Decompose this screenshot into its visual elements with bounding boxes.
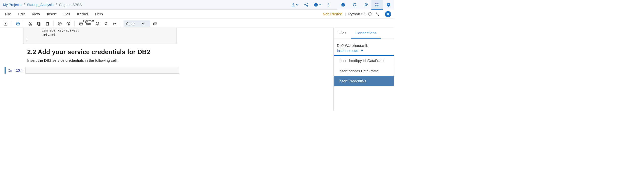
close-kernel-button[interactable]: ✕ [385, 11, 391, 17]
svg-rect-34 [153, 23, 157, 25]
workspace: iam_api_key=apikey, url=url ) 2.2 Add yo… [0, 28, 394, 111]
copy-button[interactable] [35, 20, 42, 27]
svg-rect-23 [38, 23, 40, 25]
tab-connections[interactable]: Connections [351, 28, 381, 39]
connection-name[interactable]: Db2 Warehouse-lb [334, 39, 394, 49]
crumb-sep: / [24, 3, 25, 7]
svg-rect-13 [375, 5, 377, 6]
insert-to-code-toggle[interactable]: Insert to code [334, 49, 394, 56]
svg-point-0 [304, 4, 305, 5]
svg-rect-22 [38, 22, 40, 25]
svg-marker-29 [80, 23, 82, 24]
menu-edit[interactable]: Edit [15, 12, 28, 16]
svg-point-1 [307, 3, 308, 4]
crumb-current: Cognos-SPSS [59, 3, 82, 7]
jupyter-toolbar: Run Code [0, 20, 394, 28]
svg-marker-32 [113, 22, 114, 25]
markdown-paragraph: Insert the DB2 service credentials in th… [27, 58, 189, 62]
svg-point-6 [328, 6, 329, 7]
svg-rect-11 [375, 3, 377, 4]
menu-bar: File Edit View Insert Cell Kernel Help N… [0, 10, 394, 19]
insert-pandas[interactable]: Insert pandas DataFrame [334, 66, 394, 76]
prev-code-cell[interactable]: iam_api_key=apikey, url=url ) [23, 28, 177, 44]
topbar-actions: i [289, 0, 394, 10]
menu-insert[interactable]: Insert [43, 12, 60, 16]
tab-files[interactable]: Files [334, 28, 351, 39]
add-cell-button[interactable] [14, 20, 21, 27]
breadcrumb: My Projects / Startup_Analysis / Cognos-… [3, 3, 82, 7]
crumb-startup-analysis[interactable]: Startup_Analysis [27, 3, 53, 7]
upload-button[interactable] [289, 0, 300, 10]
stop-button[interactable] [94, 20, 101, 27]
menu-kernel[interactable]: Kernel [74, 12, 92, 16]
fast-forward-button[interactable] [111, 20, 118, 27]
svg-point-2 [307, 6, 308, 7]
notebook-area[interactable]: iam_api_key=apikey, url=url ) 2.2 Add yo… [0, 28, 334, 111]
cell-type-label: Code [126, 22, 134, 26]
code-editor[interactable] [25, 67, 179, 74]
svg-point-21 [31, 24, 32, 25]
svg-rect-24 [46, 22, 49, 25]
keyboard-button[interactable] [152, 20, 159, 27]
trust-label[interactable]: Not Trusted [323, 12, 342, 16]
restart-button[interactable] [103, 20, 110, 27]
cut-button[interactable] [27, 20, 34, 27]
crumb-my-projects[interactable]: My Projects [3, 3, 21, 7]
chevron-up-icon [361, 49, 363, 52]
svg-point-10 [366, 4, 367, 5]
explore-icon[interactable] [383, 0, 394, 10]
menu-view[interactable]: View [28, 12, 43, 16]
markdown-cell[interactable]: 2.2 Add your service credentials for DB2… [27, 48, 189, 62]
svg-rect-31 [97, 23, 98, 24]
panel-tabs: Files Connections [334, 28, 394, 39]
format-label: Format [83, 19, 94, 23]
menu-help[interactable]: Help [92, 12, 106, 16]
svg-text:i: i [343, 4, 343, 6]
save-button[interactable] [2, 20, 9, 27]
crumb-sep: / [56, 3, 57, 7]
paste-button[interactable] [44, 20, 51, 27]
side-panel: Files Connections Db2 Warehouse-lb Inser… [334, 28, 394, 111]
insert-options: Insert ibmdbpy IdaDataFrame Insert panda… [334, 56, 394, 86]
move-down-button[interactable] [65, 20, 72, 27]
insert-credentials[interactable]: Insert Credentials [334, 76, 394, 86]
svg-point-20 [29, 24, 30, 25]
svg-rect-18 [5, 23, 6, 24]
format-row: Format [0, 19, 182, 20]
svg-marker-33 [115, 22, 116, 25]
svg-point-30 [96, 22, 99, 25]
menu-cell[interactable]: Cell [60, 12, 74, 16]
cell-type-select[interactable]: Code [124, 20, 150, 27]
svg-point-4 [328, 3, 329, 4]
expand-icon[interactable] [374, 11, 381, 17]
find-icon[interactable] [360, 0, 371, 10]
svg-rect-14 [377, 5, 379, 6]
svg-point-5 [328, 5, 329, 5]
kernel-activity-icon [368, 12, 372, 16]
svg-rect-12 [377, 3, 379, 4]
kernel-status: Not Trusted | Python 3.5 ✕ [323, 11, 391, 17]
top-bar: My Projects / Startup_Analysis / Cognos-… [0, 0, 394, 10]
info-icon[interactable]: i [337, 0, 349, 10]
schedule-button[interactable] [312, 0, 323, 10]
data-panel-toggle[interactable] [371, 0, 383, 10]
kernel-name[interactable]: Python 3.5 [348, 12, 366, 16]
selected-code-cell[interactable]: In [13]: [5, 67, 331, 74]
share-button[interactable] [300, 0, 312, 10]
insert-ibmdbpy[interactable]: Insert ibmdbpy IdaDataFrame [334, 56, 394, 66]
chevron-down-icon [142, 22, 144, 25]
kebab-menu-button[interactable] [323, 0, 334, 10]
move-up-button[interactable] [56, 20, 63, 27]
prompt: In [13]: [6, 67, 25, 74]
menu-file[interactable]: File [2, 12, 15, 16]
insert-to-code-label: Insert to code [337, 49, 358, 53]
markdown-heading: 2.2 Add your service credentials for DB2 [27, 48, 189, 56]
refresh-icon[interactable] [349, 0, 360, 10]
